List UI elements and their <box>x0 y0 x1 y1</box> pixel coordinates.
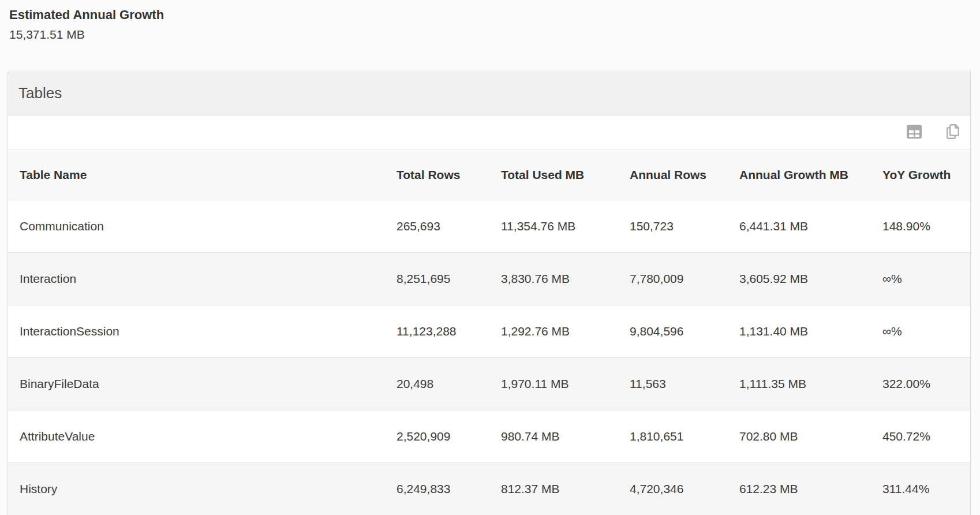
cell-table-name: InteractionSession <box>8 305 385 358</box>
cell-annual-rows: 9,804,596 <box>618 305 728 358</box>
cell-annual-growth-mb: 6,441.31 MB <box>728 200 871 253</box>
cell-annual-growth-mb: 3,605.92 MB <box>728 253 871 305</box>
grid-body: Communication265,69311,354.76 MB150,7236… <box>8 200 970 515</box>
cell-total-used-mb: 1,970.11 MB <box>489 358 618 410</box>
card-header: Tables <box>8 72 970 115</box>
cell-annual-rows: 4,720,346 <box>618 463 728 515</box>
cell-total-used-mb: 980.74 MB <box>489 410 618 463</box>
cell-annual-rows: 150,723 <box>618 200 728 253</box>
tables-card: Tables <box>8 72 971 515</box>
cell-table-name: Communication <box>8 200 385 253</box>
cell-yoy-growth: ∞% <box>871 253 970 305</box>
cell-total-used-mb: 3,830.76 MB <box>489 253 618 305</box>
page-subtitle-value: 15,371.51 MB <box>9 27 971 42</box>
cell-total-used-mb: 1,292.76 MB <box>489 305 618 358</box>
cell-annual-rows: 1,810,651 <box>618 410 728 463</box>
column-header-table-name[interactable]: Table Name <box>8 150 385 200</box>
column-header-yoy-growth[interactable]: YoY Growth <box>871 150 970 200</box>
cell-yoy-growth: 311.44% <box>871 463 970 515</box>
cell-total-used-mb: 11,354.76 MB <box>489 200 618 253</box>
copy-icon <box>946 124 960 141</box>
cell-annual-growth-mb: 612.23 MB <box>728 463 871 515</box>
tables-grid: Table NameTotal RowsTotal Used MBAnnual … <box>8 150 970 515</box>
page-title: Estimated Annual Growth <box>9 8 971 23</box>
table-row[interactable]: History6,249,833812.37 MB4,720,346612.23… <box>8 463 970 515</box>
cell-yoy-growth: ∞% <box>871 305 970 358</box>
page-header: Estimated Annual Growth 15,371.51 MB <box>0 0 980 42</box>
cell-table-name: BinaryFileData <box>8 358 385 410</box>
column-header-total-rows[interactable]: Total Rows <box>385 150 489 200</box>
grid-header-row: Table NameTotal RowsTotal Used MBAnnual … <box>8 150 970 200</box>
table-row[interactable]: Communication265,69311,354.76 MB150,7236… <box>8 200 970 253</box>
table-row[interactable]: InteractionSession11,123,2881,292.76 MB9… <box>8 305 970 358</box>
cell-total-rows: 20,498 <box>385 358 489 410</box>
cell-yoy-growth: 450.72% <box>871 410 970 463</box>
cell-annual-growth-mb: 702.80 MB <box>728 410 871 463</box>
copy-button[interactable] <box>946 124 960 141</box>
cell-yoy-growth: 322.00% <box>871 358 970 410</box>
cell-table-name: History <box>8 463 385 515</box>
cell-table-name: AttributeValue <box>8 410 385 463</box>
cell-total-rows: 2,520,909 <box>385 410 489 463</box>
cell-annual-growth-mb: 1,111.35 MB <box>728 358 871 410</box>
column-header-total-used-mb[interactable]: Total Used MB <box>489 150 618 200</box>
table-view-button[interactable] <box>907 125 922 140</box>
grid-toolbar <box>8 115 970 150</box>
cell-total-rows: 6,249,833 <box>385 463 489 515</box>
table-row[interactable]: Interaction8,251,6953,830.76 MB7,780,009… <box>8 253 970 305</box>
cell-table-name: Interaction <box>8 253 385 305</box>
cell-total-used-mb: 812.37 MB <box>489 463 618 515</box>
column-header-annual-rows[interactable]: Annual Rows <box>618 150 728 200</box>
cell-total-rows: 11,123,288 <box>385 305 489 358</box>
cell-annual-rows: 7,780,009 <box>618 253 728 305</box>
cell-annual-growth-mb: 1,131.40 MB <box>728 305 871 358</box>
cell-annual-rows: 11,563 <box>618 358 728 410</box>
cell-yoy-growth: 148.90% <box>871 200 970 253</box>
column-header-annual-growth-mb[interactable]: Annual Growth MB <box>728 150 871 200</box>
table-icon <box>907 125 922 140</box>
card-title: Tables <box>18 84 62 102</box>
table-row[interactable]: AttributeValue2,520,909980.74 MB1,810,65… <box>8 410 970 463</box>
cell-total-rows: 8,251,695 <box>385 253 489 305</box>
table-row[interactable]: BinaryFileData20,4981,970.11 MB11,5631,1… <box>8 358 970 410</box>
cell-total-rows: 265,693 <box>385 200 489 253</box>
